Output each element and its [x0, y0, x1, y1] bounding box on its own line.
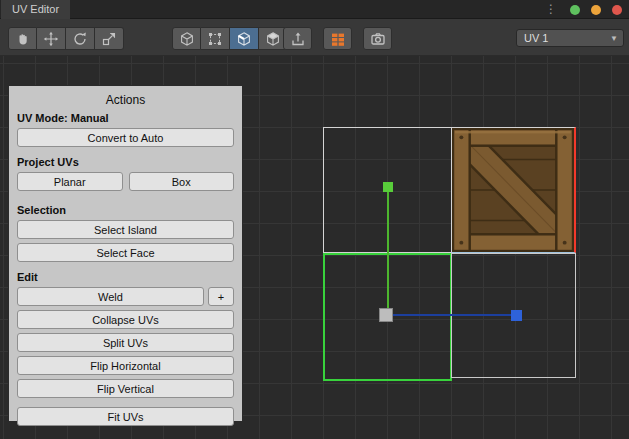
gizmo-y-axis[interactable] — [387, 192, 389, 315]
move-tool-button[interactable] — [37, 27, 66, 50]
select-island-button[interactable]: Select Island — [17, 220, 234, 239]
texture-preview-button[interactable] — [323, 27, 352, 50]
uv-channel-value: UV 1 — [524, 32, 548, 44]
actions-panel-title: Actions — [17, 93, 234, 107]
edge-mode-button[interactable] — [230, 27, 259, 50]
select-face-button[interactable]: Select Face — [17, 243, 234, 262]
weld-row: Weld + — [17, 287, 234, 310]
gizmo-x-axis[interactable] — [392, 314, 513, 316]
box-button[interactable]: Box — [129, 172, 235, 191]
collapse-uvs-button[interactable]: Collapse UVs — [17, 310, 234, 329]
apply-uvs-icon — [290, 31, 306, 47]
hand-icon — [15, 31, 31, 47]
move-icon — [43, 31, 59, 47]
element-mode-group — [172, 27, 288, 50]
hand-tool-button[interactable] — [8, 27, 37, 50]
vertex-mode-button[interactable] — [201, 27, 230, 50]
screenshot-button[interactable] — [363, 27, 392, 50]
weld-button[interactable]: Weld — [17, 287, 204, 306]
edit-label: Edit — [17, 271, 234, 283]
titlebar: UV Editor ⋮ — [0, 0, 629, 19]
crate-texture — [452, 128, 574, 252]
project-uvs-label: Project UVs — [17, 156, 234, 168]
gizmo-y-handle[interactable] — [383, 182, 393, 192]
screenshot-icon — [370, 31, 386, 47]
project-uvs-row: Planar Box — [17, 172, 234, 195]
edge-mode-icon — [236, 31, 252, 47]
window-dot-green[interactable] — [570, 5, 580, 15]
chevron-down-icon: ▼ — [610, 31, 618, 47]
actions-panel: Actions UV Mode: Manual Convert to Auto … — [8, 85, 243, 422]
apply-uvs-button[interactable] — [283, 27, 312, 50]
uv-mode-label: UV Mode: Manual — [17, 112, 234, 124]
scale-icon — [101, 31, 117, 47]
uv-channel-dropdown[interactable]: UV 1 ▼ — [516, 29, 624, 47]
vertex-mode-icon — [207, 31, 223, 47]
window-dot-orange[interactable] — [591, 5, 601, 15]
texture-preview-icon — [330, 31, 346, 47]
split-uvs-button[interactable]: Split UVs — [17, 333, 234, 352]
convert-to-auto-button[interactable]: Convert to Auto — [17, 128, 234, 147]
uv-quad-crate[interactable] — [451, 127, 576, 253]
selection-label: Selection — [17, 204, 234, 216]
face-mode-icon — [265, 31, 281, 47]
kebab-menu-icon[interactable]: ⋮ — [545, 0, 557, 19]
window-controls: ⋮ — [545, 0, 622, 19]
gizmo-center-handle[interactable] — [379, 308, 393, 322]
rotate-icon — [72, 31, 88, 47]
uv-editor-window: UV Editor ⋮ — [0, 0, 629, 439]
tab-uv-editor[interactable]: UV Editor — [1, 0, 70, 19]
weld-settings-button[interactable]: + — [208, 287, 234, 306]
planar-button[interactable]: Planar — [17, 172, 123, 191]
rotate-tool-button[interactable] — [66, 27, 95, 50]
view-tool-group — [8, 27, 124, 50]
flip-vertical-button[interactable]: Flip Vertical — [17, 379, 234, 398]
window-dot-red[interactable] — [612, 5, 622, 15]
toolbar: UV 1 ▼ — [0, 20, 629, 56]
gizmo-x-handle[interactable] — [511, 310, 522, 321]
fit-uvs-button[interactable]: Fit UVs — [17, 407, 234, 426]
object-mode-icon — [179, 31, 195, 47]
flip-horizontal-button[interactable]: Flip Horizontal — [17, 356, 234, 375]
scale-tool-button[interactable] — [95, 27, 124, 50]
object-mode-button[interactable] — [172, 27, 201, 50]
